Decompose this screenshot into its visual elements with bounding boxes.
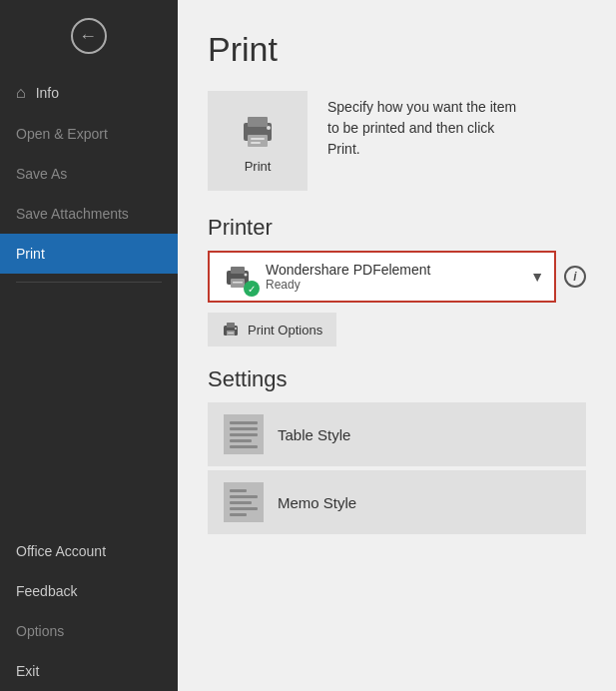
sidebar-item-save-attachments[interactable]: Save Attachments <box>0 194 178 234</box>
back-arrow-icon: ← <box>79 27 97 45</box>
memo-style-label: Memo Style <box>278 494 356 511</box>
printer-check-icon: ✓ <box>244 281 260 297</box>
printer-row: ✓ Wondershare PDFelement Ready ▼ i <box>208 251 586 303</box>
sidebar-item-office-account-label: Office Account <box>16 543 106 559</box>
sidebar-item-office-account[interactable]: Office Account <box>0 531 178 571</box>
info-icon[interactable]: i <box>564 266 586 288</box>
sidebar-item-feedback[interactable]: Feedback <box>0 571 178 611</box>
svg-rect-14 <box>228 333 234 334</box>
print-options-icon <box>222 321 240 339</box>
memo-style-option[interactable]: Memo Style <box>208 470 586 534</box>
thumb-line <box>230 421 258 424</box>
thumb-line <box>230 507 258 510</box>
print-options-label: Print Options <box>248 323 322 338</box>
table-style-label: Table Style <box>278 426 350 443</box>
print-icon-box: Print <box>208 91 308 191</box>
thumb-line <box>230 489 247 492</box>
home-icon: ⌂ <box>16 84 26 102</box>
printer-info: Wondershare PDFelement Ready <box>266 262 520 292</box>
printer-icon-area: ✓ <box>220 259 256 295</box>
page-title: Print <box>208 30 586 69</box>
printer-icon <box>236 109 280 153</box>
thumb-line <box>230 445 258 448</box>
sidebar-item-options[interactable]: Options <box>0 611 178 651</box>
sidebar-item-save-as-label: Save As <box>16 166 67 182</box>
svg-rect-3 <box>251 138 265 140</box>
sidebar-item-print[interactable]: Print <box>0 234 178 274</box>
sidebar-item-info-label: Info <box>36 85 59 101</box>
thumb-line <box>230 495 258 498</box>
printer-section-title: Printer <box>208 215 586 241</box>
print-header-section: Print Specify how you want the item to b… <box>208 91 586 191</box>
sidebar-item-open-export-label: Open & Export <box>16 126 108 142</box>
svg-rect-7 <box>231 267 245 274</box>
sidebar-bottom: Office Account Feedback Options Exit <box>0 531 178 691</box>
thumb-line <box>230 439 252 442</box>
thumb-line <box>230 427 258 430</box>
printer-status: Ready <box>266 278 520 292</box>
svg-rect-1 <box>248 117 268 127</box>
thumb-line <box>230 501 252 504</box>
thumb-line <box>230 433 258 436</box>
sidebar-item-exit[interactable]: Exit <box>0 651 178 691</box>
sidebar-divider-top <box>16 282 162 283</box>
sidebar-item-feedback-label: Feedback <box>16 583 77 599</box>
sidebar-item-info[interactable]: ⌂ Info <box>0 72 178 114</box>
sidebar-item-open-export[interactable]: Open & Export <box>0 114 178 154</box>
table-style-option[interactable]: Table Style <box>208 402 586 466</box>
svg-point-10 <box>245 274 248 277</box>
settings-title: Settings <box>208 366 586 392</box>
svg-rect-12 <box>227 323 235 328</box>
main-content: Print Print Specify how you want the ite… <box>178 0 616 691</box>
sidebar-item-save-attachments-label: Save Attachments <box>16 206 129 222</box>
svg-rect-2 <box>248 135 268 147</box>
svg-rect-9 <box>233 282 243 284</box>
sidebar-item-exit-label: Exit <box>16 663 39 679</box>
printer-name: Wondershare PDFelement <box>266 262 520 278</box>
sidebar-item-save-as[interactable]: Save As <box>0 154 178 194</box>
table-style-thumb <box>224 414 264 454</box>
dropdown-arrow-icon: ▼ <box>530 269 544 285</box>
svg-rect-4 <box>251 142 261 144</box>
back-button[interactable]: ← <box>0 0 178 72</box>
thumb-line <box>230 513 247 516</box>
print-options-button[interactable]: Print Options <box>208 313 336 346</box>
svg-point-5 <box>267 126 271 130</box>
print-description: Specify how you want the item to be prin… <box>327 91 527 160</box>
svg-point-15 <box>235 328 237 330</box>
sidebar: ← ⌂ Info Open & Export Save As Save Atta… <box>0 0 178 691</box>
print-icon-label: Print <box>245 159 272 174</box>
sidebar-item-print-label: Print <box>16 246 45 262</box>
sidebar-item-options-label: Options <box>16 623 64 639</box>
printer-select[interactable]: ✓ Wondershare PDFelement Ready ▼ <box>208 251 556 303</box>
memo-style-thumb <box>224 482 264 522</box>
